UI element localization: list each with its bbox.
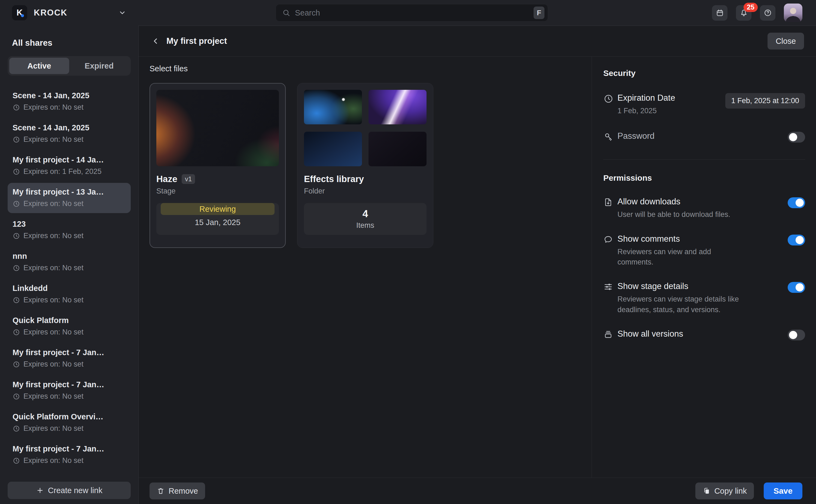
search-shortcut-key: F: [533, 7, 544, 19]
user-avatar[interactable]: [784, 4, 802, 22]
share-item-expires: Expires on: No set: [23, 135, 84, 144]
share-item-expires: Expires on: 1 Feb, 2025: [23, 167, 102, 176]
expiration-date-label: Expiration Date: [618, 93, 675, 103]
copy-icon: [703, 487, 714, 495]
clock-icon: [13, 136, 23, 143]
tab-active[interactable]: Active: [9, 58, 69, 74]
file-card-effects-library[interactable]: Effects library Folder 4 Items: [297, 83, 433, 248]
show-stage-details-toggle[interactable]: [788, 282, 805, 293]
close-button[interactable]: Close: [768, 33, 804, 50]
security-title: Security: [603, 69, 805, 78]
versions-icon: [603, 330, 614, 339]
show-comments-toggle[interactable]: [788, 235, 805, 245]
show-all-versions-toggle[interactable]: [788, 330, 805, 340]
share-item-expires: Expires on: No set: [23, 360, 84, 368]
share-list-item[interactable]: Quick Platform Overvi… Expires on: No se…: [8, 408, 131, 438]
clock-icon: [13, 361, 23, 368]
share-list-item[interactable]: My first project - 14 Ja… Expires on: 1 …: [8, 151, 131, 181]
permission-label: Show stage details: [618, 281, 748, 291]
create-new-link-label: Create new link: [48, 486, 102, 495]
share-list-item[interactable]: 123 Expires on: No set: [8, 215, 131, 245]
clock-icon: [13, 104, 23, 111]
workspace-switcher[interactable]: K KROCK: [0, 0, 138, 26]
remove-button[interactable]: Remove: [149, 483, 205, 499]
search-bar[interactable]: F: [276, 4, 548, 21]
clock-icon: [13, 264, 23, 272]
clock-icon: [603, 94, 614, 104]
sliders-icon: [603, 282, 614, 292]
copy-link-label: Copy link: [714, 487, 747, 496]
toggle-knob: [796, 199, 804, 207]
app-logo-dot: [21, 14, 24, 17]
permission-row-allow-downloads: Allow downloads User will be able to dow…: [603, 197, 805, 220]
files-section: Select files Haze v1 Stage Reviewing 15 …: [139, 57, 591, 478]
file-status-panel: Reviewing 15 Jan, 2025: [156, 203, 279, 235]
share-list-item[interactable]: Linkdedd Expires on: No set: [8, 279, 131, 309]
status-badge: Reviewing: [161, 203, 275, 215]
folder-thumbnail: [369, 132, 427, 166]
password-label: Password: [618, 131, 655, 141]
plus-icon: [36, 486, 48, 494]
clock-icon: [13, 200, 23, 208]
share-list-item[interactable]: Scene - 14 Jan, 2025 Expires on: No set: [8, 87, 131, 117]
share-item-expires: Expires on: No set: [23, 103, 84, 112]
key-icon: [603, 132, 614, 142]
search-input[interactable]: [295, 8, 533, 17]
notifications-count-badge: 25: [744, 3, 758, 12]
share-editor-panel: My first project Close Select files Haze…: [138, 26, 816, 504]
clock-icon: [13, 393, 23, 400]
share-list-item[interactable]: Quick Platform Expires on: No set: [8, 311, 131, 342]
tab-expired[interactable]: Expired: [69, 58, 129, 74]
expiration-date-row: Expiration Date 1 Feb, 2025 1 Feb, 2025 …: [603, 93, 805, 116]
file-thumbnail: [156, 90, 279, 166]
page-title: My first project: [166, 36, 227, 46]
share-item-title: My first project - 7 Jan…: [13, 444, 127, 453]
search-icon: [282, 8, 291, 17]
create-new-link-button[interactable]: Create new link: [8, 482, 131, 499]
notifications-button[interactable]: 25: [736, 5, 752, 21]
allow-downloads-toggle[interactable]: [788, 197, 805, 208]
help-button[interactable]: [760, 5, 775, 21]
share-list-item[interactable]: My first project - 7 Jan… Expires on: No…: [8, 376, 131, 406]
share-list-item[interactable]: Scene - 14 Jan, 2025 Expires on: No set: [8, 119, 131, 149]
expiration-date-value: 1 Feb, 2025: [618, 106, 675, 116]
share-list-item[interactable]: My first project - 7 Jan… Expires on: No…: [8, 343, 131, 374]
section-title: Select files: [149, 64, 581, 73]
shares-filter-tabs: Active Expired: [8, 56, 131, 76]
folder-thumbnails: [304, 90, 427, 166]
back-button[interactable]: [150, 36, 160, 46]
share-list-item-selected[interactable]: My first project - 13 Ja… Expires on: No…: [8, 183, 131, 213]
sidebar-title: All shares: [12, 38, 138, 48]
password-row: Password: [603, 131, 805, 143]
topbar-actions: 25: [712, 0, 802, 26]
share-list-item[interactable]: My first project - 7 Jan… Expires on: No…: [8, 440, 131, 470]
share-item-expires: Expires on: No set: [23, 296, 84, 304]
file-card-haze[interactable]: Haze v1 Stage Reviewing 15 Jan, 2025: [149, 83, 286, 248]
file-download-icon: [603, 197, 614, 207]
shares-sidebar: All shares Active Expired Scene - 14 Jan…: [0, 26, 138, 504]
permissions-section: Permissions Allow downloads User will be…: [592, 160, 816, 340]
chevron-down-icon[interactable]: [118, 8, 127, 17]
share-editor-footer: Remove Copy link Save: [139, 478, 816, 504]
share-list-item[interactable]: nnn Expires on: No set: [8, 247, 131, 277]
folder-thumbnail: [304, 132, 362, 166]
save-button[interactable]: Save: [764, 483, 802, 499]
calendar-button[interactable]: [712, 5, 728, 21]
app-logo: K: [12, 5, 27, 20]
expiration-date-button[interactable]: 1 Feb, 2025 at 12:00: [725, 93, 805, 109]
toggle-knob: [789, 331, 797, 339]
version-badge: v1: [182, 174, 195, 184]
security-section: Security Expiration Date 1 Feb, 2025 1 F…: [592, 57, 816, 160]
topbar: K KROCK F 25: [0, 0, 816, 26]
permission-description: Reviewers can view stage details like de…: [618, 294, 748, 315]
share-editor-header: My first project Close: [139, 26, 816, 57]
permission-description: Reviewers can view and add comments.: [618, 247, 748, 268]
share-item-title: Scene - 14 Jan, 2025: [13, 123, 127, 132]
folder-thumbnail: [369, 90, 427, 124]
workspace-name: KROCK: [34, 8, 67, 18]
copy-link-button[interactable]: Copy link: [695, 483, 754, 499]
password-toggle[interactable]: [788, 132, 805, 143]
toggle-knob: [796, 283, 804, 291]
share-item-title: Scene - 14 Jan, 2025: [13, 91, 127, 100]
share-list: Scene - 14 Jan, 2025 Expires on: No set …: [8, 87, 131, 482]
